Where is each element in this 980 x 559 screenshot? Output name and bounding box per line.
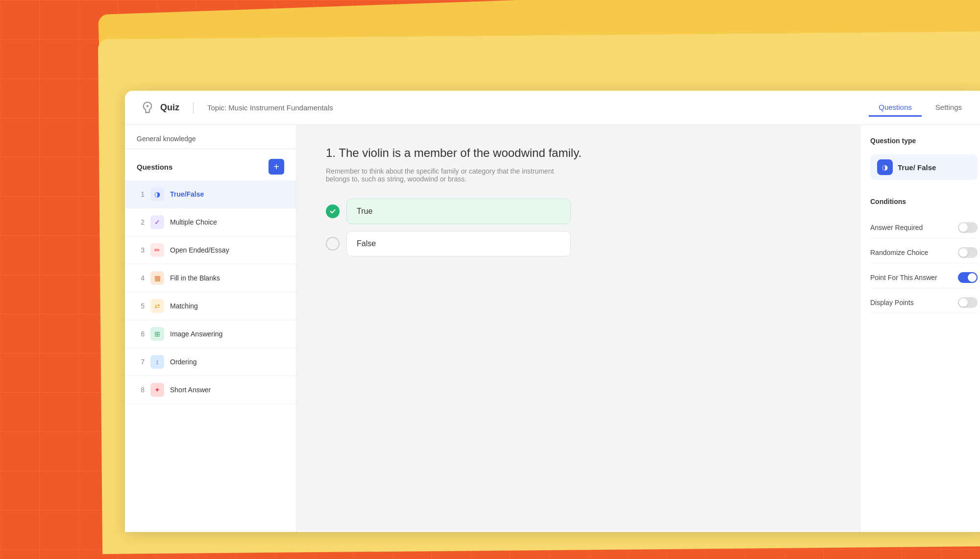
question-num-5: 5 bbox=[137, 302, 145, 310]
header-nav: Questions Settings bbox=[869, 99, 972, 117]
answer-option-true[interactable]: True bbox=[346, 199, 571, 224]
condition-label-display-points: Display Points bbox=[870, 299, 914, 306]
condition-randomize-choice: Randomize Choice bbox=[870, 242, 978, 263]
question-num-2: 2 bbox=[137, 218, 145, 226]
question-name-3: Open Ended/Essay bbox=[170, 246, 229, 254]
question-name-4: Fill in the Blanks bbox=[170, 274, 220, 282]
tab-settings[interactable]: Settings bbox=[926, 99, 972, 117]
openended-icon: ✏ bbox=[150, 243, 164, 257]
check-circle-true bbox=[326, 204, 340, 218]
quiz-icon bbox=[141, 101, 154, 115]
condition-label-point-for-answer: Point For This Answer bbox=[870, 274, 937, 281]
toggle-display-points[interactable] bbox=[958, 297, 978, 308]
sidebar-item-shortanswer[interactable]: 8 ✦ Short Answer bbox=[125, 376, 296, 404]
toggle-answer-required[interactable] bbox=[958, 222, 978, 233]
toggle-point-for-answer[interactable] bbox=[958, 272, 978, 283]
header-divider bbox=[193, 102, 194, 114]
question-num-4: 4 bbox=[137, 274, 145, 282]
add-question-button[interactable]: + bbox=[269, 159, 284, 175]
header: Quiz Topic: Music Instrument Fundamental… bbox=[125, 91, 980, 125]
header-subtitle: Topic: Music Instrument Fundamentals bbox=[207, 103, 333, 112]
condition-display-points: Display Points bbox=[870, 292, 978, 313]
imageanswering-icon: ⊞ bbox=[150, 327, 164, 341]
sidebar-item-multiplechoice[interactable]: 2 ✓ Multiple Choice bbox=[125, 208, 296, 236]
type-name: True/ False bbox=[898, 163, 936, 172]
condition-point-for-answer: Point For This Answer bbox=[870, 267, 978, 288]
question-name-2: Multiple Choice bbox=[170, 218, 217, 226]
sidebar-item-matching[interactable]: 5 ⇄ Matching bbox=[125, 292, 296, 320]
question-name-8: Short Answer bbox=[170, 386, 211, 394]
sidebar-section-label: General knowledge bbox=[125, 125, 296, 149]
condition-label-randomize-choice: Randomize Choice bbox=[870, 249, 928, 256]
main-card: Quiz Topic: Music Instrument Fundamental… bbox=[125, 91, 980, 532]
sidebar: General knowledge Questions + 1 ◑ True/F… bbox=[125, 125, 296, 532]
check-circle-false bbox=[326, 237, 340, 251]
multiplechoice-icon: ✓ bbox=[150, 215, 164, 229]
header-title: Quiz bbox=[160, 102, 179, 113]
question-name-6: Image Answering bbox=[170, 330, 222, 338]
truefalse-icon: ◑ bbox=[150, 187, 164, 201]
sidebar-item-truefalse[interactable]: 1 ◑ True/False bbox=[125, 180, 296, 208]
sidebar-item-ordering[interactable]: 7 ↕ Ordering bbox=[125, 348, 296, 376]
question-num-8: 8 bbox=[137, 386, 145, 394]
question-num-1: 1 bbox=[137, 190, 145, 198]
question-name-1: True/False bbox=[170, 190, 204, 198]
condition-answer-required: Answer Required bbox=[870, 217, 978, 238]
sidebar-item-openended[interactable]: 3 ✏ Open Ended/Essay bbox=[125, 236, 296, 264]
answer-row-false: False bbox=[326, 231, 571, 256]
matching-icon: ⇄ bbox=[150, 299, 164, 313]
answer-option-false[interactable]: False bbox=[346, 231, 571, 256]
question-name-7: Ordering bbox=[170, 358, 196, 366]
shortanswer-icon: ✦ bbox=[150, 383, 164, 397]
fillinblank-icon: ▦ bbox=[150, 271, 164, 285]
question-hint: Remember to think about the specific fam… bbox=[326, 167, 571, 183]
question-num-3: 3 bbox=[137, 246, 145, 254]
answer-options: True False bbox=[326, 199, 571, 256]
content-area: General knowledge Questions + 1 ◑ True/F… bbox=[125, 125, 980, 532]
question-list: 1 ◑ True/False 2 ✓ Multiple Choice 3 ✏ O… bbox=[125, 180, 296, 404]
question-name-5: Matching bbox=[170, 302, 198, 310]
question-header: 1. The violin is a member of the woodwin… bbox=[326, 145, 831, 161]
header-left: Quiz Topic: Music Instrument Fundamental… bbox=[141, 101, 869, 115]
tab-questions[interactable]: Questions bbox=[869, 99, 922, 117]
main-content: 1. The violin is a member of the woodwin… bbox=[296, 125, 860, 532]
toggle-randomize-choice[interactable] bbox=[958, 247, 978, 258]
condition-label-answer-required: Answer Required bbox=[870, 224, 923, 231]
right-panel: Question type ◑ True/ False Conditions A… bbox=[860, 125, 980, 532]
sidebar-questions-label: Questions bbox=[137, 163, 172, 171]
conditions-title: Conditions bbox=[870, 198, 978, 205]
question-number: 1. bbox=[326, 146, 336, 159]
ordering-icon: ↕ bbox=[150, 355, 164, 369]
question-num-6: 6 bbox=[137, 330, 145, 338]
sidebar-item-fillinblanks[interactable]: 4 ▦ Fill in the Blanks bbox=[125, 264, 296, 292]
question-num-7: 7 bbox=[137, 358, 145, 366]
sidebar-divider bbox=[125, 149, 296, 149]
type-icon: ◑ bbox=[877, 159, 893, 175]
sidebar-item-imageanswering[interactable]: 6 ⊞ Image Answering bbox=[125, 320, 296, 348]
type-display: ◑ True/ False bbox=[870, 154, 978, 180]
sidebar-questions-header: Questions + bbox=[125, 153, 296, 180]
question-type-label: Question type bbox=[870, 137, 978, 145]
question-text: The violin is a member of the woodwind f… bbox=[339, 146, 582, 159]
answer-row-true: True bbox=[326, 199, 571, 224]
